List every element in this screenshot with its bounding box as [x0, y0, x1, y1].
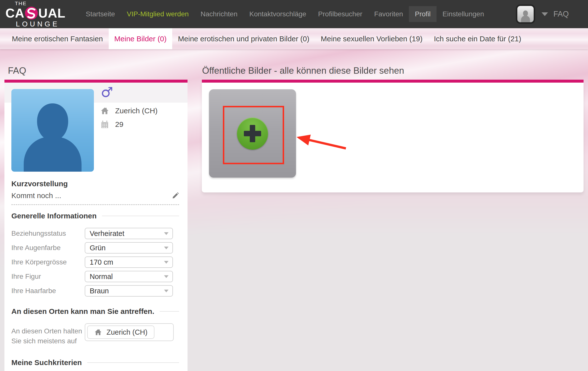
row-beziehungsstatus: Beziehungsstatus Verheiratet: [11, 228, 179, 239]
pictures-card-body: [202, 83, 584, 192]
house-icon: [94, 328, 102, 336]
add-picture-button[interactable]: [237, 117, 268, 150]
select-figur[interactable]: Normal: [85, 271, 173, 282]
select-augenfarbe[interactable]: Grün: [85, 242, 173, 254]
calendar-icon: [100, 120, 109, 129]
logo-main-text: CA UAL: [5, 6, 65, 20]
caret-down-icon: [164, 261, 168, 264]
profile-summary-card: ♂ Zuerich (CH) 29 Kurzvorstellung Kommt …: [4, 80, 188, 371]
caret-down-icon: [164, 275, 168, 278]
nav-favoriten[interactable]: Favoriten: [368, 6, 409, 22]
general-info-section: Generelle Informationen Beziehungsstatus…: [11, 210, 179, 297]
nav-vip-mitglied-werden[interactable]: VIP-Mitglied werden: [121, 6, 195, 22]
add-picture-tile[interactable]: [209, 89, 296, 178]
select-koerpergroesse[interactable]: 170 cm: [85, 256, 173, 268]
left-panel-title: FAQ: [8, 66, 26, 76]
logo-the-text: THE: [15, 1, 65, 6]
select-beziehungsstatus[interactable]: Verheiratet: [85, 228, 173, 239]
nav-einstellungen[interactable]: Einstellungen: [437, 6, 490, 22]
nav-profil[interactable]: Profil: [409, 6, 437, 22]
logo-ca-text: CA: [5, 7, 24, 20]
row-figur: Ihre Figur Normal: [11, 271, 179, 282]
nav-startseite[interactable]: Startseite: [80, 6, 121, 22]
pencil-icon[interactable]: [172, 192, 179, 199]
general-info-heading: Generelle Informationen: [11, 210, 179, 221]
search-criteria-heading: Meine Suchkriterien: [11, 357, 179, 368]
casual-lounge-logo[interactable]: THE CA UAL LOUNGE: [5, 1, 65, 28]
row-koerpergroesse: Ihre Körpergrösse 170 cm: [11, 256, 179, 268]
select-haarfarbe[interactable]: Braun: [85, 285, 173, 297]
header-right-area: FAQ: [516, 4, 588, 24]
age-value: 29: [115, 120, 123, 129]
profile-meta: Zuerich (CH) 29: [100, 106, 158, 129]
person-icon: [519, 9, 532, 22]
tab-meine-erotischen-und-privaten-bilder[interactable]: Meine erotischen und privaten Bilder (0): [172, 28, 315, 49]
user-avatar[interactable]: [516, 4, 535, 24]
tab-meine-sexuellen-vorlieben[interactable]: Meine sexuellen Vorlieben (19): [315, 28, 428, 49]
places-section: An diesen Orten kann man Sie antreffen. …: [11, 306, 179, 346]
location-value: Zuerich (CH): [115, 107, 158, 115]
places-content: An diesen Orten halten Sie sich meistens…: [11, 323, 179, 346]
location-row: Zuerich (CH): [100, 106, 158, 116]
profile-photo-placeholder[interactable]: [11, 89, 94, 172]
row-augenfarbe: Ihre Augenfarbe Grün: [11, 242, 179, 254]
card-accent-bar: [202, 80, 584, 83]
age-row: 29: [100, 119, 158, 129]
places-heading: An diesen Orten kann man Sie antreffen.: [11, 306, 179, 317]
search-criteria-section: Meine Suchkriterien: [11, 357, 179, 368]
heading-rule: [102, 216, 179, 216]
caret-down-icon: [164, 232, 168, 235]
public-pictures-card: [202, 80, 584, 192]
card-accent-bar: [4, 80, 188, 83]
intro-edit-field[interactable]: Kommt noch ...: [11, 191, 179, 205]
profile-tab-bar: Meine erotischen Fantasien Meine Bilder …: [0, 28, 588, 49]
main-navigation: Startseite VIP-Mitglied werden Nachricht…: [80, 6, 490, 22]
top-navigation-bar: THE CA UAL LOUNGE Startseite VIP-Mitglie…: [0, 0, 588, 28]
place-tag-zuerich[interactable]: Zuerich (CH): [87, 325, 154, 339]
caret-down-icon: [164, 247, 168, 249]
heading-rule: [87, 362, 179, 363]
heading-rule: [160, 311, 179, 312]
intro-heading: Kurzvorstellung: [11, 180, 179, 188]
places-label: An diesen Orten halten Sie sich meistens…: [11, 323, 85, 346]
tab-meine-erotischen-fantasien[interactable]: Meine erotischen Fantasien: [6, 28, 109, 49]
tab-ich-suche-ein-date-fuer[interactable]: Ich suche ein Date für (21): [428, 28, 527, 49]
pictures-panel-title: Öffentliche Bilder - alle können diese B…: [202, 66, 404, 76]
logo-lounge-text: LOUNGE: [16, 21, 65, 28]
nav-nachrichten[interactable]: Nachrichten: [195, 6, 243, 22]
nav-profilbesucher[interactable]: Profilbesucher: [312, 6, 368, 22]
intro-section: Kurzvorstellung Kommt noch ...: [11, 180, 179, 205]
faq-link[interactable]: FAQ: [553, 10, 569, 19]
male-symbol-icon: ♂: [101, 84, 113, 100]
house-icon: [100, 106, 109, 115]
plus-icon: [250, 125, 255, 142]
intro-text: Kommt noch ...: [11, 191, 61, 200]
places-box[interactable]: Zuerich (CH): [85, 323, 174, 341]
caret-down-icon: [164, 290, 168, 292]
row-haarfarbe: Ihre Haarfarbe Braun: [11, 285, 179, 297]
person-silhouette-icon: [16, 99, 90, 172]
logo-ual-text: UAL: [38, 7, 65, 20]
logo-s-swirl-icon: [25, 6, 38, 20]
page-content: FAQ ♂ Zuerich (CH) 29 Kurzvorstellun: [0, 49, 588, 371]
general-info-form: Beziehungsstatus Verheiratet Ihre Augenf…: [11, 228, 179, 297]
tab-meine-bilder[interactable]: Meine Bilder (0): [109, 28, 172, 49]
chevron-down-icon[interactable]: [542, 12, 548, 16]
nav-kontaktvorschlaege[interactable]: Kontaktvorschläge: [243, 6, 312, 22]
